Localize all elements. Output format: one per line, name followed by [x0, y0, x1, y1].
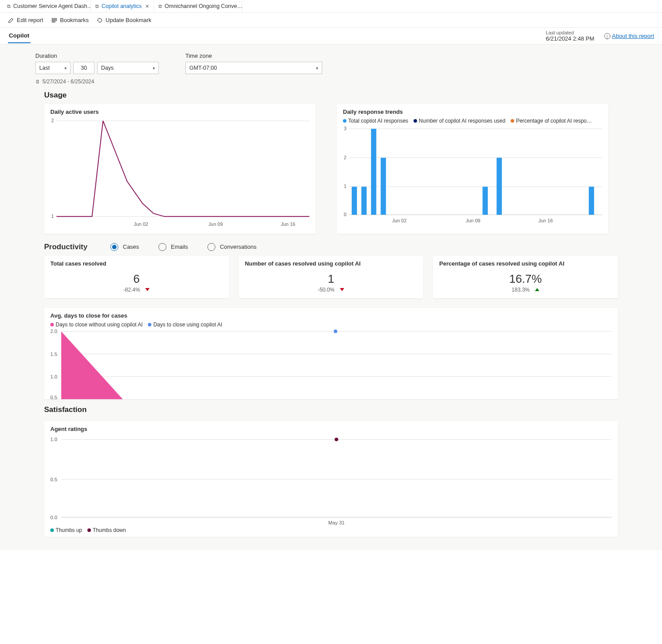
svg-text:1.0: 1.0 — [50, 437, 57, 442]
stat-delta: -50.0% — [318, 287, 335, 293]
daily-response-trends-chart: 3 2 1 0 Jun 02 Jun 09 Jun 16 — [343, 124, 602, 224]
svg-rect-24 — [589, 187, 594, 215]
svg-text:Jun 09: Jun 09 — [466, 218, 481, 223]
close-icon[interactable]: ✕ — [145, 4, 149, 9]
card-title: Number of cases resolved using copilot A… — [245, 260, 361, 267]
last-updated-value: 6/21/2024 2:48 PM — [546, 35, 594, 42]
chevron-down-icon: ▾ — [153, 66, 155, 71]
radio-conversations[interactable]: Conversations — [207, 243, 256, 251]
avg-legend: Days to close without using copilot AI D… — [50, 322, 612, 328]
legend-label: Number of copilot AI responses used — [419, 118, 505, 124]
report-icon: ⧉ — [95, 4, 99, 9]
date-range-text: 5/27/2024 - 6/25/2024 — [42, 79, 94, 85]
svg-rect-0 — [52, 18, 57, 19]
svg-text:1.0: 1.0 — [50, 374, 57, 379]
svg-text:2: 2 — [51, 118, 54, 123]
svg-rect-18 — [352, 187, 357, 215]
trend-up-icon — [535, 288, 539, 291]
satisfaction-title: Satisfaction — [0, 399, 662, 419]
stat-delta: 183.3% — [512, 287, 530, 293]
pencil-icon — [8, 17, 14, 23]
legend-dot-icon — [343, 119, 346, 123]
last-updated: Last updated 6/21/2024 2:48 PM — [546, 30, 594, 42]
svg-text:0: 0 — [344, 212, 346, 217]
update-bookmark-button[interactable]: Update Bookmark — [97, 17, 151, 23]
subheader: Copilot Last updated 6/21/2024 2:48 PM i… — [0, 28, 662, 45]
toolbar-label: Edit report — [17, 17, 43, 23]
edit-report-button[interactable]: Edit report — [8, 17, 43, 23]
report-icon: ⧉ — [158, 4, 162, 9]
legend-dot-icon — [87, 528, 91, 532]
radio-label: Conversations — [220, 243, 256, 250]
toolbar: Edit report Bookmarks Update Bookmark — [0, 13, 662, 28]
timezone-label: Time zone — [185, 52, 322, 59]
refresh-icon — [97, 17, 103, 23]
tab-copilot-analytics[interactable]: ⧉ Copilot analytics ✕ — [91, 0, 154, 12]
bookmark-icon — [51, 17, 57, 23]
svg-rect-21 — [381, 158, 386, 215]
legend-dot-icon — [511, 119, 514, 123]
stat-cases-copilot: Number of cases resolved using copilot A… — [239, 256, 424, 298]
legend-label: Thumbs up — [56, 527, 82, 533]
stat-pct-copilot: Percentage of cases resolved using copil… — [433, 256, 618, 298]
card-title: Percentage of cases resolved using copil… — [439, 260, 564, 267]
radio-icon — [110, 243, 118, 251]
toolbar-label: Update Bookmark — [105, 17, 151, 23]
trend-down-icon — [145, 288, 150, 291]
svg-text:Jun 16: Jun 16 — [281, 221, 295, 227]
about-link-text: About this report — [612, 33, 654, 39]
bookmarks-button[interactable]: Bookmarks — [51, 17, 89, 23]
window-tabs: ⧉ Customer Service Agent Dash… ⧉ Copilot… — [0, 0, 662, 13]
stat-cards: Total cases resolved 6 -82.4% Number of … — [0, 256, 662, 298]
radio-emails[interactable]: Emails — [158, 243, 188, 251]
svg-text:Jun 02: Jun 02 — [134, 221, 148, 227]
svg-text:Jun 09: Jun 09 — [208, 221, 223, 227]
timezone-filter: Time zone GMT-07:00 ▾ — [185, 52, 322, 74]
radio-cases[interactable]: Cases — [110, 243, 139, 251]
card-title: Daily active users — [50, 109, 309, 115]
svg-text:1.5: 1.5 — [50, 351, 57, 356]
duration-value-input[interactable]: 30 — [73, 62, 94, 74]
timezone-select[interactable]: GMT-07:00 ▾ — [185, 62, 322, 74]
agent-ratings-legend: Thumbs up Thumbs down — [50, 527, 612, 533]
legend-dot-icon — [148, 323, 151, 326]
svg-marker-35 — [61, 331, 123, 399]
svg-rect-2 — [52, 21, 55, 22]
svg-text:2.0: 2.0 — [50, 329, 57, 334]
date-range: 🗓 5/27/2024 - 6/25/2024 — [0, 76, 662, 85]
svg-rect-22 — [482, 187, 488, 215]
svg-text:1: 1 — [344, 183, 346, 189]
tab-omnichannel[interactable]: ⧉ Omnichannel Ongoing Conve… — [154, 0, 242, 12]
card-title: Total cases resolved — [50, 260, 106, 267]
duration-unit-select[interactable]: Days ▾ — [97, 62, 159, 74]
duration-filter: Duration Last ▾ 30 Days ▾ — [35, 52, 159, 74]
trend-down-icon — [340, 288, 344, 291]
duration-label: Duration — [35, 52, 159, 59]
stat-delta: -82.4% — [123, 287, 140, 293]
legend-label: Total copilot AI responses — [348, 118, 408, 124]
svg-text:1: 1 — [51, 213, 54, 219]
input-value: 30 — [81, 65, 87, 71]
svg-text:0.5: 0.5 — [50, 476, 57, 482]
tab-customer-service[interactable]: ⧉ Customer Service Agent Dash… — [3, 0, 91, 12]
tab-label: Omnichannel Ongoing Conve… — [165, 3, 242, 9]
svg-rect-20 — [371, 129, 376, 215]
radio-icon — [158, 243, 166, 251]
tab-label: Customer Service Agent Dash… — [13, 3, 91, 9]
avg-days-chart: 2.0 1.5 1.0 0.5 — [50, 328, 612, 399]
svg-point-43 — [335, 438, 338, 441]
drt-legend: Total copilot AI responses Number of cop… — [343, 118, 602, 124]
usage-title: Usage — [0, 85, 662, 104]
legend-label: Days to close using copilot AI — [153, 322, 222, 328]
legend-label: Thumbs down — [93, 527, 126, 533]
svg-text:0.0: 0.0 — [50, 515, 57, 520]
report-icon: ⧉ — [7, 4, 11, 9]
about-report-link[interactable]: i About this report — [604, 33, 654, 39]
page-tab-copilot[interactable]: Copilot — [8, 29, 30, 43]
chevron-down-icon: ▾ — [64, 66, 67, 71]
duration-relative-select[interactable]: Last ▾ — [35, 62, 71, 74]
radio-label: Emails — [171, 243, 188, 250]
daily-active-users-card: Daily active users 2 1 Jun 02 Jun 09 Jun… — [44, 104, 316, 234]
agent-ratings-card: Agent ratings 1.0 0.5 0.0 May 31 Thumbs … — [44, 421, 618, 537]
tab-label: Copilot analytics — [102, 3, 142, 9]
